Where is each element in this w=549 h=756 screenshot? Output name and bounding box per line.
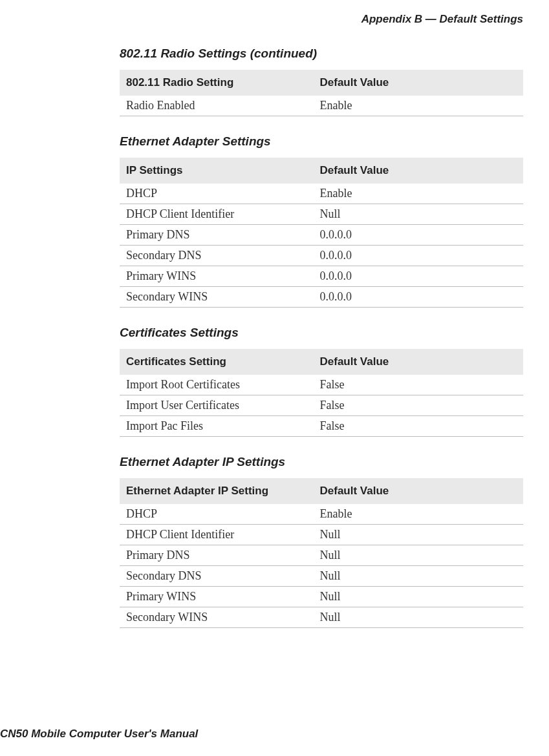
page-footer: CN50 Mobile Computer User's Manual [0, 728, 198, 740]
table-ethernet-adapter-settings: IP Settings Default Value DHCP Enable DH… [120, 158, 523, 308]
setting-value: Null [314, 545, 523, 566]
table-row: DHCP Enable [120, 504, 523, 525]
table-row: DHCP Client Identifier Null [120, 525, 523, 545]
table-header-col1: 802.11 Radio Setting [120, 70, 314, 96]
table-header-col1: Certificates Setting [120, 349, 314, 375]
table-row: Primary DNS Null [120, 545, 523, 566]
setting-value: Null [314, 566, 523, 587]
setting-name: Import Pac Files [120, 416, 314, 437]
setting-value: Null [314, 587, 523, 607]
setting-name: Primary DNS [120, 225, 314, 246]
setting-name: Secondary WINS [120, 607, 314, 628]
setting-value: Enable [314, 504, 523, 525]
setting-name: Import Root Certificates [120, 375, 314, 395]
table-certificates-settings: Certificates Setting Default Value Impor… [120, 349, 523, 437]
table-row: Primary DNS 0.0.0.0 [120, 225, 523, 246]
table-row: Secondary WINS 0.0.0.0 [120, 287, 523, 308]
table-row: Primary WINS 0.0.0.0 [120, 266, 523, 287]
setting-value: Null [314, 204, 523, 225]
setting-name: DHCP [120, 184, 314, 204]
table-header-row: 802.11 Radio Setting Default Value [120, 70, 523, 96]
section-title-ethernet-ip: Ethernet Adapter IP Settings [120, 455, 523, 469]
setting-name: Secondary DNS [120, 566, 314, 587]
setting-value: 0.0.0.0 [314, 287, 523, 308]
table-row: DHCP Enable [120, 184, 523, 204]
table-row: Secondary DNS 0.0.0.0 [120, 246, 523, 266]
section-title-ethernet-adapter: Ethernet Adapter Settings [120, 134, 523, 149]
setting-name: DHCP Client Identifier [120, 204, 314, 225]
setting-value: False [314, 375, 523, 395]
setting-name: Primary WINS [120, 587, 314, 607]
setting-name: Primary DNS [120, 545, 314, 566]
setting-name: DHCP [120, 504, 314, 525]
setting-name: DHCP Client Identifier [120, 525, 314, 545]
table-header-col1: IP Settings [120, 158, 314, 184]
setting-name: Secondary WINS [120, 287, 314, 308]
table-header-col2: Default Value [314, 70, 523, 96]
setting-value: 0.0.0.0 [314, 246, 523, 266]
setting-name: Radio Enabled [120, 96, 314, 116]
table-row: Primary WINS Null [120, 587, 523, 607]
table-header-row: Certificates Setting Default Value [120, 349, 523, 375]
table-ethernet-ip-settings: Ethernet Adapter IP Setting Default Valu… [120, 478, 523, 628]
table-header-row: IP Settings Default Value [120, 158, 523, 184]
table-row: Import User Certificates False [120, 395, 523, 416]
setting-value: 0.0.0.0 [314, 266, 523, 287]
section-title-radio: 802.11 Radio Settings (continued) [120, 47, 523, 61]
table-header-col2: Default Value [314, 349, 523, 375]
setting-value: 0.0.0.0 [314, 225, 523, 246]
table-radio-settings: 802.11 Radio Setting Default Value Radio… [120, 70, 523, 116]
table-row: Import Pac Files False [120, 416, 523, 437]
table-row: Import Root Certificates False [120, 375, 523, 395]
setting-value: Null [314, 607, 523, 628]
section-title-certificates: Certificates Settings [120, 326, 523, 340]
table-row: Secondary DNS Null [120, 566, 523, 587]
page-header: Appendix B — Default Settings [0, 13, 523, 26]
page-content: 802.11 Radio Settings (continued) 802.11… [0, 47, 523, 628]
table-row: Secondary WINS Null [120, 607, 523, 628]
setting-name: Import User Certificates [120, 395, 314, 416]
table-row: DHCP Client Identifier Null [120, 204, 523, 225]
table-header-col1: Ethernet Adapter IP Setting [120, 478, 314, 504]
setting-value: False [314, 416, 523, 437]
table-row: Radio Enabled Enable [120, 96, 523, 116]
setting-value: Null [314, 525, 523, 545]
table-header-col2: Default Value [314, 158, 523, 184]
setting-name: Primary WINS [120, 266, 314, 287]
setting-value: Enable [314, 96, 523, 116]
setting-value: False [314, 395, 523, 416]
setting-name: Secondary DNS [120, 246, 314, 266]
table-header-col2: Default Value [314, 478, 523, 504]
table-header-row: Ethernet Adapter IP Setting Default Valu… [120, 478, 523, 504]
setting-value: Enable [314, 184, 523, 204]
